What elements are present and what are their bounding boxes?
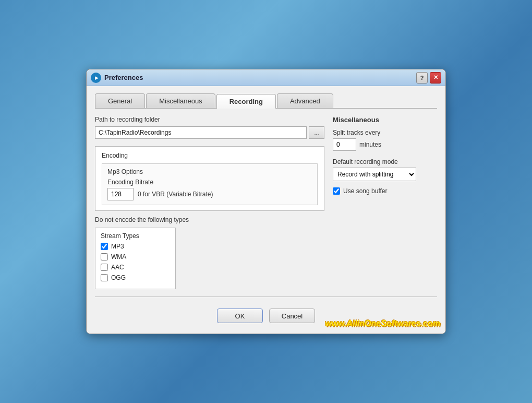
left-panel: Path to recording folder ... Encoding Mp… [95,116,324,289]
tab-general[interactable]: General [95,93,145,108]
stream-type-mp3: MP3 [101,243,170,250]
tab-advanced[interactable]: Advanced [277,93,333,108]
stream-type-mp3-label: MP3 [111,243,124,250]
stream-types-title: Stream Types [101,232,170,240]
stream-types-box: Stream Types MP3 WMA AAC [95,228,176,289]
mp3-options-label: Mp3 Options [107,168,312,175]
window-body: General Miscellaneous Recording Advanced… [87,86,445,334]
path-row: ... [95,126,324,139]
stream-type-wma-checkbox[interactable] [101,253,108,260]
song-buffer-label: Use song buffer [343,187,388,195]
right-section-title: Miscellaneous [333,116,437,124]
content-area: Path to recording folder ... Encoding Mp… [95,116,437,289]
split-input[interactable] [333,138,356,151]
path-input[interactable] [95,126,307,139]
ok-button[interactable]: OK [217,309,263,323]
stream-type-mp3-checkbox[interactable] [101,243,108,250]
tab-miscellaneous[interactable]: Miscellaneous [146,93,215,108]
stream-type-ogg: OGG [101,274,170,281]
bitrate-label: Encoding Bitrate [107,179,312,186]
bitrate-row: 0 for VBR (Variable Bitrate) [107,188,312,200]
bitrate-hint: 0 for VBR (Variable Bitrate) [138,191,213,198]
preferences-window: Preferences ? ✕ General Miscellaneous Re… [86,69,446,334]
mp3-options-group: Mp3 Options Encoding Bitrate 0 for VBR (… [102,163,318,205]
no-encode-label: Do not encode the following types [95,216,324,223]
browse-button[interactable]: ... [309,126,324,139]
tab-recording[interactable]: Recording [216,94,276,109]
stream-type-ogg-label: OGG [111,274,126,281]
title-bar: Preferences ? ✕ [87,69,445,86]
app-icon [91,73,101,83]
record-mode-select[interactable]: Record with splitting Record without spl… [333,168,416,181]
encoding-label: Encoding [102,152,318,159]
cancel-button[interactable]: Cancel [269,309,315,323]
help-button[interactable]: ? [416,72,428,84]
stream-type-ogg-checkbox[interactable] [101,274,108,281]
window-controls: ? ✕ [416,72,441,84]
close-button[interactable]: ✕ [430,72,441,84]
footer: OK Cancel [95,304,437,326]
window-title: Preferences [104,74,416,81]
stream-type-aac-label: AAC [111,264,124,271]
song-buffer-row: Use song buffer [333,187,437,195]
split-unit: minutes [359,141,381,148]
tab-bar: General Miscellaneous Recording Advanced [95,93,437,109]
split-label: Split tracks every [333,129,437,136]
path-label: Path to recording folder [95,116,324,123]
encoding-group: Encoding Mp3 Options Encoding Bitrate 0 … [95,146,324,211]
stream-type-aac: AAC [101,264,170,271]
stream-type-wma: WMA [101,253,170,260]
stream-type-aac-checkbox[interactable] [101,264,108,271]
bitrate-input[interactable] [107,188,134,200]
record-mode-label: Default recording mode [333,158,437,165]
split-row: minutes [333,138,437,151]
song-buffer-checkbox[interactable] [333,187,340,195]
footer-divider [95,297,437,297]
stream-type-wma-label: WMA [111,253,126,260]
right-panel: Miscellaneous Split tracks every minutes… [333,116,437,289]
